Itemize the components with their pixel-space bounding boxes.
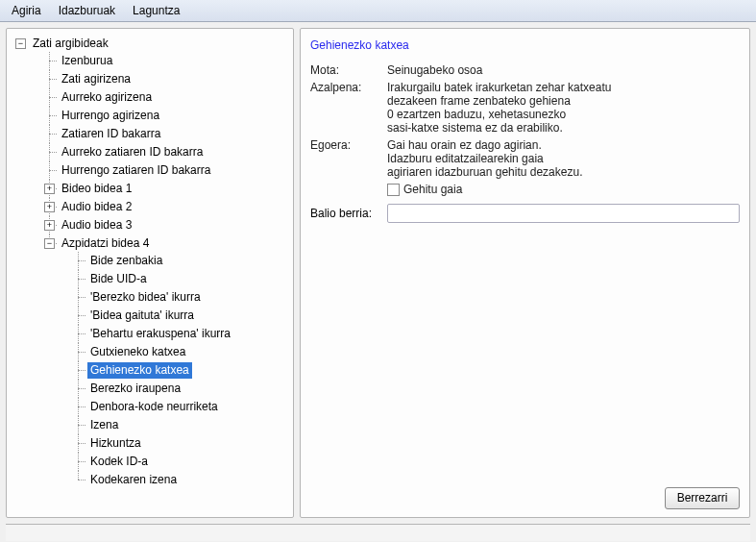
tree-item[interactable]: Zatiaren ID bakarra xyxy=(59,126,163,142)
tree-item[interactable]: Denbora-kode neurriketa xyxy=(87,399,221,415)
menubar: Agiria Idazburuak Laguntza xyxy=(0,0,756,22)
tree-item[interactable]: Bide zenbakia xyxy=(87,253,165,269)
menu-file[interactable]: Agiria xyxy=(4,2,49,19)
tree-item[interactable]: 'Behartu erakuspena' ikurra xyxy=(87,326,233,342)
collapse-icon[interactable]: − xyxy=(15,38,26,49)
tree-item[interactable]: Hizkuntza xyxy=(87,435,144,452)
button-row: Berrezarri xyxy=(310,480,740,509)
tree-item[interactable]: Audio bidea 3 xyxy=(59,217,134,234)
tree-item[interactable]: Audio bidea 2 xyxy=(59,199,134,215)
statusbar xyxy=(6,524,750,541)
tree-item[interactable]: Kodek ID-a xyxy=(87,454,151,470)
tree-item[interactable]: Izena xyxy=(87,417,121,433)
new-value-label: Balio berria: xyxy=(310,207,379,220)
expand-icon[interactable]: + xyxy=(44,184,55,194)
tree-item[interactable]: Gutxieneko katxea xyxy=(87,344,188,360)
type-label: Mota: xyxy=(310,63,379,77)
tree-item[interactable]: Zati argibideak xyxy=(30,36,111,52)
state-value: Gai hau orain ez dago agirian.Idazburu e… xyxy=(387,138,740,196)
type-value: Seinugabeko osoa xyxy=(387,63,740,77)
tree-item[interactable]: Gehienezko katxea xyxy=(87,362,192,379)
tree-item[interactable]: 'Berezko bidea' ikurra xyxy=(87,289,204,306)
expand-icon[interactable]: + xyxy=(44,202,55,212)
tree-item[interactable]: Bide UID-a xyxy=(87,271,150,287)
menu-help[interactable]: Laguntza xyxy=(125,2,187,19)
explanation-value: Irakurgailu batek irakurketan zehar katx… xyxy=(387,81,740,135)
content-area: −Zati argibideakIzenburuaZati agirizenaA… xyxy=(0,22,756,524)
tree-item[interactable]: Hurrengo agirizena xyxy=(59,108,162,124)
state-label: Egoera: xyxy=(310,138,379,152)
new-value-input[interactable] xyxy=(387,204,740,223)
add-topic-label: Gehitu gaia xyxy=(403,183,462,196)
tree-item[interactable]: Zati agirizena xyxy=(59,71,134,87)
tree-item[interactable]: Bideo bidea 1 xyxy=(59,181,134,197)
new-value-row: Balio berria: xyxy=(310,204,740,223)
detail-grid: Mota: Seinugabeko osoa Azalpena: Irakurg… xyxy=(310,63,740,196)
collapse-icon[interactable]: − xyxy=(44,238,55,249)
tree-item[interactable]: Aurreko zatiaren ID bakarra xyxy=(59,144,206,160)
tree-item[interactable]: Izenburua xyxy=(59,53,115,69)
add-topic-row: Gehitu gaia xyxy=(387,183,740,196)
tree-item[interactable]: 'Bidea gaituta' ikurra xyxy=(87,308,197,324)
explanation-label: Azalpena: xyxy=(310,81,379,94)
tree-item[interactable]: Berezko iraupena xyxy=(87,381,183,397)
add-topic-checkbox[interactable] xyxy=(387,184,400,196)
tree-item[interactable]: Hurrengo zatiaren ID bakarra xyxy=(59,162,213,179)
menu-headers[interactable]: Idazburuak xyxy=(51,2,123,19)
expand-icon[interactable]: + xyxy=(44,220,55,231)
tree-panel[interactable]: −Zati argibideakIzenburuaZati agirizenaA… xyxy=(6,28,294,518)
tree-item[interactable]: Azpidatzi bidea 4 xyxy=(59,235,152,252)
detail-title: Gehienezko katxea xyxy=(310,37,740,54)
reset-button[interactable]: Berrezarri xyxy=(665,487,740,509)
tree-item[interactable]: Aurreko agirizena xyxy=(59,89,155,106)
detail-panel: Gehienezko katxea Mota: Seinugabeko osoa… xyxy=(300,28,750,518)
tree-item[interactable]: Kodekaren izena xyxy=(87,472,180,488)
